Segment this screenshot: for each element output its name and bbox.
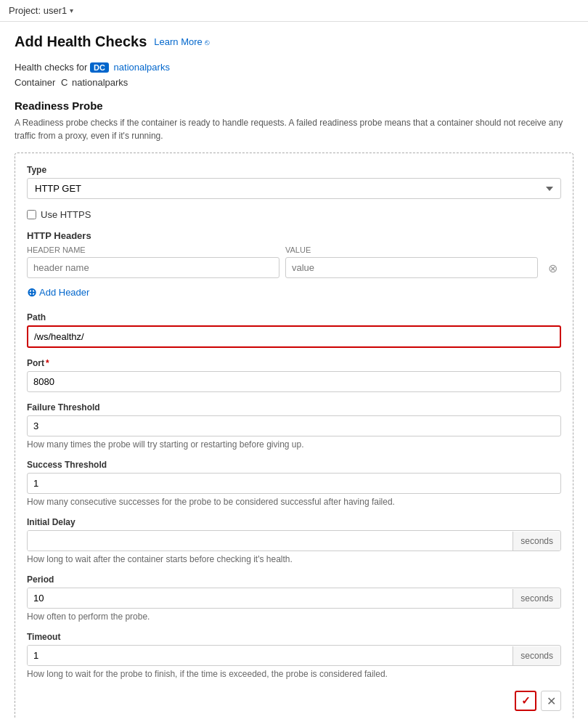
path-label: Path xyxy=(27,312,561,322)
remove-header-button[interactable]: ⊗ xyxy=(548,263,558,275)
type-select[interactable]: HTTP GET TCP Socket Container Command xyxy=(27,178,561,199)
path-field: Path xyxy=(27,312,561,348)
path-input[interactable] xyxy=(27,325,561,348)
project-selector[interactable]: Project: user1 ▾ xyxy=(9,5,73,16)
timeout-input-group: seconds xyxy=(27,645,561,666)
add-header-button[interactable]: ⊕ Add Header xyxy=(27,283,89,302)
initial-delay-input[interactable] xyxy=(28,531,513,551)
external-link-icon: ⎋ xyxy=(205,38,210,46)
c-badge: C xyxy=(61,77,68,88)
http-headers-label: HTTP Headers xyxy=(27,230,561,241)
timeout-description: How long to wait for the probe to finish… xyxy=(27,669,561,679)
confirm-icon: ✓ xyxy=(521,694,531,707)
header-name-sublabel: HEADER NAME xyxy=(27,245,279,254)
use-https-checkbox[interactable] xyxy=(27,210,36,219)
use-https-label: Use HTTPS xyxy=(41,209,91,220)
learn-more-link[interactable]: Learn More ⎋ xyxy=(154,36,209,47)
action-row: ✓ ✕ xyxy=(27,691,561,711)
cancel-icon: ✕ xyxy=(547,694,556,708)
http-headers-section: HTTP Headers HEADER NAME VALUE ⊗ ⊕ Add H… xyxy=(27,230,561,302)
port-input[interactable] xyxy=(27,371,561,392)
success-threshold-label: Success Threshold xyxy=(27,460,561,470)
period-input-group: seconds xyxy=(27,588,561,609)
cancel-button[interactable]: ✕ xyxy=(541,691,561,711)
readiness-probe-description: A Readiness probe checks if the containe… xyxy=(15,116,573,142)
initial-delay-suffix: seconds xyxy=(513,532,560,551)
chevron-down-icon: ▾ xyxy=(70,7,73,15)
port-field: Port* xyxy=(27,358,561,392)
page-title: Add Health Checks xyxy=(15,33,147,50)
page-header: Add Health Checks Learn More ⎋ xyxy=(15,33,573,50)
container-name: nationalparks xyxy=(72,77,128,88)
failure-threshold-description: How many times the probe will try starti… xyxy=(27,439,561,450)
required-indicator: * xyxy=(46,358,49,368)
confirm-button[interactable]: ✓ xyxy=(515,691,536,711)
header-name-input[interactable] xyxy=(27,257,279,278)
dc-link[interactable]: nationalparks xyxy=(114,62,170,73)
type-label: Type xyxy=(27,165,561,175)
period-input[interactable] xyxy=(28,588,513,608)
readiness-probe-title: Readiness Probe xyxy=(15,99,573,112)
success-threshold-field: Success Threshold How many consecutive s… xyxy=(27,460,561,507)
probe-card: Type HTTP GET TCP Socket Container Comma… xyxy=(15,153,573,719)
container-info: Container C nationalparks xyxy=(15,77,573,88)
timeout-label: Timeout xyxy=(27,632,561,642)
failure-threshold-field: Failure Threshold How many times the pro… xyxy=(27,402,561,450)
port-label: Port* xyxy=(27,358,561,368)
dc-badge: DC xyxy=(90,62,109,73)
timeout-suffix: seconds xyxy=(513,646,560,665)
initial-delay-label: Initial Delay xyxy=(27,517,561,527)
use-https-row: Use HTTPS xyxy=(27,209,561,220)
timeout-input[interactable] xyxy=(28,646,513,665)
failure-threshold-input[interactable] xyxy=(27,415,561,436)
top-bar: Project: user1 ▾ xyxy=(0,0,588,22)
period-label: Period xyxy=(27,574,561,585)
success-threshold-input[interactable] xyxy=(27,473,561,494)
plus-icon: ⊕ xyxy=(27,285,36,299)
type-field: Type HTTP GET TCP Socket Container Comma… xyxy=(27,165,561,199)
learn-more-label: Learn More xyxy=(154,36,202,47)
initial-delay-field: Initial Delay seconds How long to wait a… xyxy=(27,517,561,564)
period-field: Period seconds How often to perform the … xyxy=(27,574,561,622)
initial-delay-description: How long to wait after the container sta… xyxy=(27,554,561,564)
failure-threshold-label: Failure Threshold xyxy=(27,402,561,413)
health-checks-for: Health checks for DC nationalparks xyxy=(15,62,573,73)
add-header-label: Add Header xyxy=(39,287,89,298)
page-content: Add Health Checks Learn More ⎋ Health ch… xyxy=(0,22,588,719)
value-sublabel: VALUE xyxy=(285,245,538,254)
project-label: Project: user1 xyxy=(9,5,67,16)
value-input[interactable] xyxy=(285,257,538,278)
headers-row: HEADER NAME VALUE ⊗ xyxy=(27,245,561,278)
timeout-field: Timeout seconds How long to wait for the… xyxy=(27,632,561,679)
success-threshold-description: How many consecutive successes for the p… xyxy=(27,497,561,507)
period-description: How often to perform the probe. xyxy=(27,612,561,622)
initial-delay-input-group: seconds xyxy=(27,530,561,551)
period-suffix: seconds xyxy=(513,589,560,608)
